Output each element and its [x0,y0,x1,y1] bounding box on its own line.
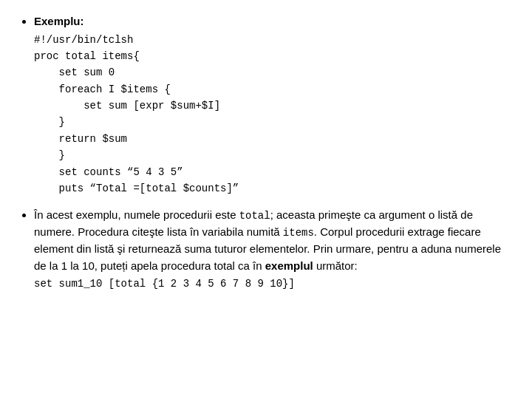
bold-exemplul: exemplul [265,259,313,272]
list-item-1: Exemplu: #!/usr/bin/tclsh proc total ite… [34,13,514,197]
main-content: Exemplu: #!/usr/bin/tclsh proc total ite… [18,13,514,386]
inline-code-total: total [239,210,270,222]
after-bold: următor: [313,259,358,272]
code-block-1: #!/usr/bin/tclsh proc total items{ set s… [34,32,514,197]
prose-text: În acest exemplu, numele procedurii este… [34,208,501,272]
list-item-2: În acest exemplu, numele procedurii este… [34,207,514,292]
inline-code-items: items [283,227,314,239]
code-block-2: set sum1_10 [total {1 2 3 4 5 6 7 8 9 10… [34,276,514,292]
bullet-list: Exemplu: #!/usr/bin/tclsh proc total ite… [18,13,514,293]
exemplu-label: Exemplu: [34,15,84,27]
prose-part-1: În acest exemplu, numele procedurii este [34,208,239,221]
